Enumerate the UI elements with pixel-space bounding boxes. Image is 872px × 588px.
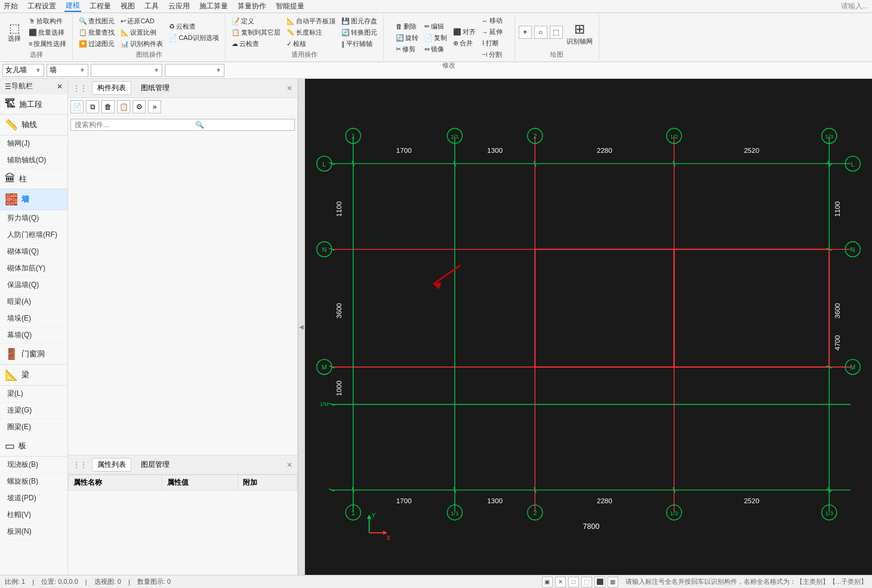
sidebar-item-board-margin[interactable]: 板洞(N) (0, 524, 67, 540)
sidebar-nav-close[interactable]: ✕ (57, 82, 63, 91)
sidebar-item-slab[interactable]: ▭ 板 (0, 436, 67, 457)
statusbar-btn-3[interactable]: □ (568, 577, 579, 587)
comp-toolbar-copy[interactable]: ⧉ (86, 100, 99, 113)
sidebar-item-beam-l[interactable]: 梁(L) (0, 386, 67, 402)
menu-quantity[interactable]: 工程量 (88, 1, 112, 11)
statusbar-btn-1[interactable]: ▣ (542, 577, 553, 587)
dropdown-parapet[interactable]: 女儿墙 ▼ (2, 64, 44, 77)
sidebar-item-wall[interactable]: 🧱 墙 (0, 189, 67, 210)
ribbon-btn-length-mark[interactable]: 📏 长度标注 (284, 27, 338, 38)
sidebar-item-circular-beam[interactable]: 圈梁(E) (0, 419, 67, 436)
comp-panel-drag[interactable]: ⋮⋮ (73, 84, 87, 93)
ribbon-btn-pick[interactable]: 🖱 拾取构件 (26, 16, 69, 26)
sidebar-item-door-window[interactable]: 🚪 门窗洞 (0, 344, 67, 365)
comp-toolbar-more[interactable]: » (148, 100, 161, 113)
menu-tools[interactable]: 工具 (143, 1, 160, 11)
comp-search-input[interactable] (75, 121, 194, 129)
ribbon-btn-identify-table[interactable]: 📊 识别构件表 (118, 39, 165, 49)
sidebar-item-masonry-rebar[interactable]: 砌体加筋(Y) (0, 260, 67, 277)
dropdown-3[interactable]: ▼ (91, 64, 162, 77)
sidebar-item-spiral-slab[interactable]: 螺旋板(B) (0, 473, 67, 490)
sidebar-item-ramp[interactable]: 坡道(PD) (0, 490, 67, 507)
ribbon-btn-parallel[interactable]: ‖ 平行辅轴 (339, 39, 380, 49)
sidebar-item-civil-defense[interactable]: 人防门框墙(RF) (0, 227, 67, 244)
ribbon-btn-define[interactable]: 📝 定义 (229, 16, 283, 26)
sidebar-item-insulation[interactable]: 保温墙(Q) (0, 277, 67, 294)
ribbon-btn-replace[interactable]: ♻ 云检查 (167, 21, 221, 32)
menu-collab[interactable]: 算量协作 (236, 1, 267, 11)
ribbon-btn-cloud-check[interactable]: ☁ 云检查 (229, 39, 283, 49)
sidebar-item-masonry[interactable]: 砌体墙(Q) (0, 244, 67, 260)
comp-toolbar-delete[interactable]: 🗑 (101, 100, 115, 113)
search-input-placeholder[interactable]: 请输入... (840, 1, 870, 11)
dropdown-wall[interactable]: 墙 ▼ (47, 64, 88, 77)
ribbon-btn-rotate[interactable]: 🔄 旋转 (393, 33, 421, 43)
draw-tool-2[interactable]: ○ (534, 26, 547, 39)
sidebar-item-cast-slab[interactable]: 现浇板(B) (0, 457, 67, 473)
ribbon-btn-restore-cad[interactable]: ↩ 还原CAD (118, 16, 165, 26)
sidebar-item-column-cap[interactable]: 柱帽(V) (0, 507, 67, 524)
collapse-handle[interactable]: ◀ (298, 79, 305, 575)
menu-start[interactable]: 开始 (2, 1, 19, 11)
tab-drawing-manage[interactable]: 图纸管理 (136, 82, 174, 94)
ribbon-btn-edit[interactable]: ✏ 编辑 (422, 21, 449, 32)
draw-tool-1[interactable]: + (519, 26, 532, 39)
ribbon-btn-delete[interactable]: 🗑 删除 (393, 21, 421, 32)
ribbon-btn-cad-identify[interactable]: 📄 CAD识别选项 (167, 33, 221, 43)
ribbon-btn-merge[interactable]: ⊕ 合并 (451, 38, 478, 48)
sidebar-item-concealed-beam[interactable]: 暗梁(A) (0, 294, 67, 310)
statusbar-btn-2[interactable]: ✕ (555, 577, 566, 587)
comp-toolbar-paste[interactable]: 📋 (117, 100, 130, 113)
ribbon-btn-validate[interactable]: ✓ 检核 (284, 39, 338, 49)
sidebar-item-shear-wall[interactable]: 剪力墙(Q) (0, 210, 67, 227)
comp-panel-close[interactable]: ✕ (286, 84, 292, 93)
comp-toolbar-new[interactable]: 📄 (70, 100, 84, 113)
comp-toolbar-settings[interactable]: ⚙ (133, 100, 146, 113)
dropdown-4[interactable]: ▼ (165, 64, 224, 77)
ribbon-btn-identify-axis[interactable]: ⊞ 识别轴网 (564, 20, 595, 47)
ribbon-btn-break[interactable]: ⌇ 打断 (479, 38, 505, 48)
comp-search-bar[interactable]: 🔍 (70, 119, 295, 131)
ribbon-btn-batch-find[interactable]: 📋 批量查找 (76, 27, 117, 38)
props-panel-close[interactable]: ✕ (286, 461, 292, 469)
ribbon-btn-trim[interactable]: ✂ 修剪 (393, 44, 421, 54)
ribbon-btn-attr-select[interactable]: ≡ 按属性选择 (26, 39, 69, 49)
sidebar-item-axis-grid[interactable]: 轴网(J) (0, 136, 67, 152)
ribbon-btn-mirror[interactable]: ⇔ 镜像 (422, 44, 449, 54)
statusbar-btn-4[interactable]: ⬚ (581, 577, 592, 587)
menu-construction-calc[interactable]: 施工算量 (198, 1, 229, 11)
ribbon-btn-elem-storage[interactable]: 💾 图元存盘 (339, 16, 380, 26)
ribbon-btn-filter[interactable]: 🔽 过滤图元 (76, 39, 117, 49)
canvas-area[interactable]: 1 1/1 2 1/2 1/3 1 1/1 2 1/2 1/3 L N (305, 79, 872, 575)
ribbon-btn-move[interactable]: ↔ 移动 (479, 16, 505, 26)
sidebar-item-continuous-beam[interactable]: 连梁(G) (0, 402, 67, 419)
ribbon-btn-set-scale[interactable]: 📐 设置比例 (118, 27, 165, 38)
sidebar-item-wall-stack[interactable]: 墙垛(E) (0, 310, 67, 327)
sidebar-item-curtain-wall[interactable]: 幕墙(Q) (0, 327, 67, 344)
menu-project-settings[interactable]: 工程设置 (26, 1, 57, 11)
ribbon-btn-copy[interactable]: 📄 复制 (422, 33, 449, 43)
sidebar-item-beam[interactable]: 📐 梁 (0, 365, 67, 386)
statusbar-btn-5[interactable]: ⬛ (594, 577, 605, 587)
sidebar-item-construction-stage[interactable]: 🏗 施工段 (0, 94, 67, 115)
sidebar-item-axis[interactable]: 📏 轴线 (0, 115, 67, 136)
sidebar-item-aux-axis[interactable]: 辅助轴线(O) (0, 152, 67, 169)
menu-view[interactable]: 视图 (119, 1, 136, 11)
menu-build[interactable]: 建模 (64, 1, 81, 12)
tab-props-list[interactable]: 属性列表 (92, 458, 131, 472)
draw-tool-3[interactable]: ⬚ (550, 26, 563, 39)
props-panel-drag[interactable]: ⋮⋮ (73, 461, 87, 469)
ribbon-btn-copy-layer[interactable]: 📋 复制到其它层 (229, 27, 283, 38)
menu-smart[interactable]: 智能提量 (275, 1, 306, 11)
ribbon-btn-auto-platform[interactable]: 📐 自动平齐板顶 (284, 16, 338, 26)
statusbar-btn-6[interactable]: ▦ (608, 577, 618, 587)
ribbon-btn-extend[interactable]: → 延伸 (479, 27, 505, 37)
sidebar-item-column[interactable]: 🏛 柱 (0, 169, 67, 189)
menu-cloud[interactable]: 云应用 (167, 1, 191, 11)
ribbon-btn-batch-select[interactable]: ⬛ 批量选择 (26, 27, 69, 38)
ribbon-btn-find-view[interactable]: 🔍 查找图元 (76, 16, 117, 26)
tab-layer-manage[interactable]: 图层管理 (136, 458, 174, 471)
tab-comp-list[interactable]: 构件列表 (92, 81, 131, 95)
ribbon-btn-convert[interactable]: 🔄 转换图元 (339, 27, 380, 38)
ribbon-btn-split[interactable]: ⊣ 分割 (479, 50, 505, 60)
